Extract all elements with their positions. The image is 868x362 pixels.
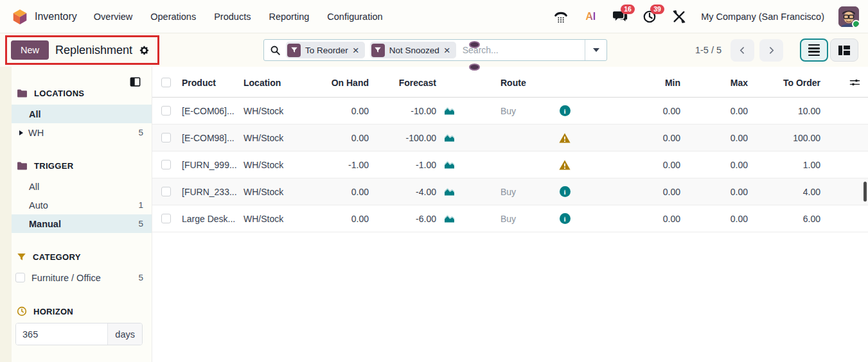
sidebar-item-trigger-all[interactable]: All bbox=[12, 177, 152, 196]
kanban-view-button[interactable] bbox=[830, 39, 858, 62]
tools-icon[interactable] bbox=[671, 9, 687, 24]
main-menu: Overview Operations Products Reporting C… bbox=[94, 12, 383, 22]
info-icon[interactable] bbox=[560, 105, 571, 116]
horizon-input-group: days bbox=[15, 323, 143, 345]
table-row[interactable]: Large Desk... WH/Stock 0.00 -6.00 Buy 0.… bbox=[152, 205, 868, 232]
new-button[interactable]: New bbox=[11, 40, 49, 60]
row-checkbox[interactable] bbox=[161, 214, 171, 223]
top-navbar: Inventory Overview Operations Products R… bbox=[0, 0, 868, 33]
column-header-to-order[interactable]: To Order bbox=[748, 78, 820, 88]
activities-clock-icon[interactable]: 39 bbox=[642, 9, 657, 24]
column-header-forecast[interactable]: Forecast bbox=[369, 78, 436, 88]
control-panel: New Replenishment To Reorder bbox=[0, 33, 868, 67]
cell-on-hand: 0.00 bbox=[311, 187, 369, 197]
search-bar[interactable]: To Reorder Not Snoozed bbox=[263, 39, 607, 61]
cell-min: 0.00 bbox=[584, 214, 680, 224]
table-row[interactable]: [E-COM06]... WH/Stock 0.00 -10.00 Buy 0.… bbox=[152, 98, 868, 125]
section-horizon: HORIZON days bbox=[12, 306, 152, 345]
user-avatar[interactable] bbox=[838, 6, 859, 27]
menu-operations[interactable]: Operations bbox=[150, 12, 196, 22]
menu-overview[interactable]: Overview bbox=[94, 12, 132, 22]
cell-product: Large Desk... bbox=[182, 214, 244, 224]
annotation-handle-bottom bbox=[469, 64, 480, 71]
forecast-chart-icon[interactable] bbox=[443, 160, 456, 169]
voip-phone-icon[interactable] bbox=[553, 9, 569, 24]
menu-products[interactable]: Products bbox=[214, 12, 251, 22]
optional-columns-sliders-icon[interactable] bbox=[849, 78, 860, 87]
column-header-on-hand[interactable]: On Hand bbox=[311, 78, 369, 88]
row-checkbox[interactable] bbox=[161, 133, 171, 142]
panel-toggle-icon[interactable] bbox=[129, 76, 141, 90]
cell-product: [E-COM06]... bbox=[182, 106, 244, 116]
pager-next-button[interactable] bbox=[759, 39, 783, 62]
horizon-days-suffix: days bbox=[107, 323, 142, 345]
column-header-max[interactable]: Max bbox=[680, 78, 748, 88]
sidebar-item-locations-all[interactable]: All bbox=[12, 105, 152, 123]
sidebar-item-trigger-manual[interactable]: Manual 5 bbox=[12, 214, 152, 233]
forecast-chart-icon[interactable] bbox=[443, 106, 456, 116]
expand-caret-icon[interactable] bbox=[19, 130, 23, 135]
ai-icon[interactable]: AI bbox=[583, 9, 598, 24]
column-header-location[interactable]: Location bbox=[244, 78, 311, 88]
warning-icon[interactable] bbox=[559, 160, 571, 170]
column-header-product[interactable]: Product bbox=[182, 78, 244, 88]
list-view-icon bbox=[808, 44, 820, 56]
filter-facet-not-snoozed[interactable]: Not Snoozed bbox=[370, 42, 456, 58]
cell-min: 0.00 bbox=[584, 160, 680, 170]
column-header-min[interactable]: Min bbox=[584, 78, 680, 88]
warning-icon[interactable] bbox=[559, 133, 571, 143]
menu-configuration[interactable]: Configuration bbox=[327, 12, 382, 22]
forecast-chart-icon[interactable] bbox=[443, 187, 456, 196]
messages-badge: 16 bbox=[621, 4, 635, 15]
item-count: 5 bbox=[138, 219, 143, 228]
remove-filter-icon[interactable] bbox=[444, 45, 455, 56]
search-dropdown-toggle[interactable] bbox=[585, 40, 607, 60]
cell-location: WH/Stock bbox=[244, 187, 311, 197]
search-icon bbox=[270, 45, 281, 56]
row-checkbox[interactable] bbox=[161, 187, 171, 196]
forecast-chart-icon[interactable] bbox=[443, 133, 456, 142]
cell-location: WH/Stock bbox=[244, 106, 311, 116]
cell-max: 0.00 bbox=[680, 160, 748, 170]
cell-min: 0.00 bbox=[584, 106, 680, 116]
sidebar-item-category-furniture-office[interactable]: Furniture / Office 5 bbox=[12, 268, 152, 287]
info-icon[interactable] bbox=[560, 213, 571, 224]
chevron-down-icon bbox=[593, 48, 599, 52]
list-view-button[interactable] bbox=[800, 39, 828, 62]
pager-previous-button[interactable] bbox=[731, 39, 754, 62]
chevron-right-icon bbox=[767, 46, 775, 55]
select-all-checkbox[interactable] bbox=[161, 78, 171, 87]
view-actions-gear-icon[interactable] bbox=[139, 45, 150, 56]
forecast-chart-icon[interactable] bbox=[443, 214, 456, 223]
row-checkbox[interactable] bbox=[161, 106, 171, 116]
category-checkbox[interactable] bbox=[15, 273, 25, 282]
info-icon[interactable] bbox=[560, 186, 571, 197]
company-switcher[interactable]: My Company (San Francisco) bbox=[701, 12, 824, 22]
cell-route: Buy bbox=[462, 214, 545, 224]
cell-max: 0.00 bbox=[680, 214, 748, 224]
sidebar-item-locations-wh[interactable]: WH 5 bbox=[12, 123, 152, 142]
row-checkbox[interactable] bbox=[161, 160, 171, 169]
filter-funnel-icon bbox=[287, 44, 301, 57]
app-brand[interactable]: Inventory bbox=[12, 8, 77, 25]
item-count: 1 bbox=[138, 200, 143, 210]
sidebar-item-trigger-auto[interactable]: Auto 1 bbox=[12, 196, 152, 214]
cell-route: Buy bbox=[462, 187, 545, 197]
app-name: Inventory bbox=[35, 11, 77, 22]
activities-badge: 39 bbox=[650, 4, 664, 15]
messages-icon[interactable]: 16 bbox=[612, 9, 628, 24]
table-row[interactable]: [E-COM98]... WH/Stock 0.00 -100.00 0.00 … bbox=[152, 125, 868, 151]
funnel-icon bbox=[17, 252, 26, 262]
column-header-route[interactable]: Route bbox=[462, 78, 545, 88]
item-count: 5 bbox=[138, 128, 143, 137]
table-row[interactable]: [FURN_999... WH/Stock -1.00 -1.00 0.00 0… bbox=[152, 151, 868, 178]
kanban-view-icon bbox=[838, 46, 850, 55]
filter-facet-to-reorder[interactable]: To Reorder bbox=[286, 42, 365, 58]
vertical-scrollbar-thumb[interactable] bbox=[864, 182, 867, 202]
cell-on-hand: 0.00 bbox=[311, 214, 369, 224]
remove-filter-icon[interactable] bbox=[353, 45, 364, 56]
menu-reporting[interactable]: Reporting bbox=[269, 12, 309, 22]
horizon-days-input[interactable] bbox=[16, 323, 107, 345]
section-locations: LOCATIONS All WH 5 bbox=[12, 89, 152, 142]
table-row[interactable]: [FURN_233... WH/Stock 0.00 -4.00 Buy 0.0… bbox=[152, 178, 868, 205]
